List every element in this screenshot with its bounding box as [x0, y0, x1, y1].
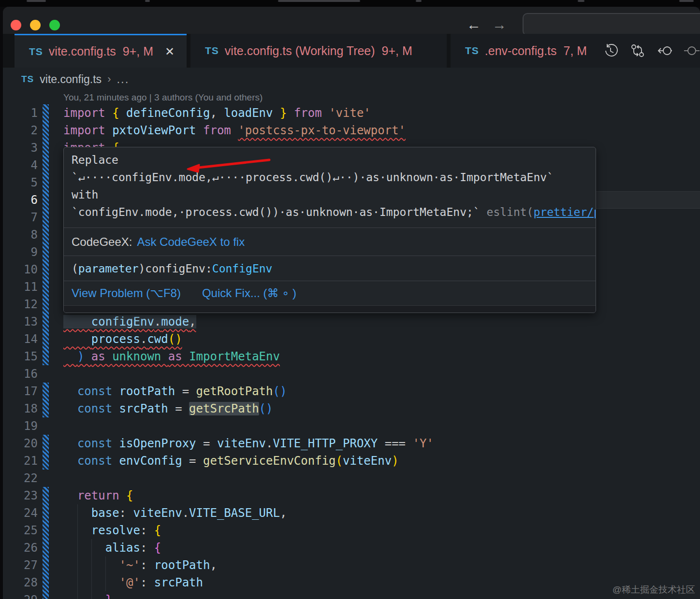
- maximize-window-button[interactable]: [49, 20, 60, 30]
- navigate-back-button[interactable]: ←: [463, 14, 484, 35]
- top-fragment: [278, 0, 360, 2]
- eslint-replace-code: `↵····configEnv.mode,↵····process.cwd()↵…: [72, 169, 588, 186]
- commit-node-icon[interactable]: [684, 43, 700, 59]
- signature-token: parameter: [78, 262, 139, 275]
- signature-token: ConfigEnv: [212, 262, 273, 275]
- background-top-strip: [0, 0, 700, 7]
- breadcrumb-symbol-more[interactable]: ...: [117, 72, 129, 86]
- top-fragment: [145, 0, 150, 2]
- timeline-history-icon[interactable]: [602, 43, 619, 59]
- codegeex-fix-link[interactable]: Ask CodeGeeX to fix: [137, 235, 245, 249]
- tab-problems-badge: 9+, M: [123, 44, 153, 58]
- tab-problems-badge: 7, M: [564, 44, 587, 58]
- tab-vite-config[interactable]: TS vite.config.ts 9+, M ✕: [15, 34, 187, 68]
- command-center-search[interactable]: [523, 13, 700, 36]
- typescript-file-icon: TS: [29, 46, 43, 57]
- popup-footer: [64, 305, 596, 313]
- tab-problems-badge: 9+, M: [382, 44, 412, 58]
- current-line-highlight: [596, 191, 700, 209]
- quick-fix-button[interactable]: Quick Fix... (⌘ ∘ ): [202, 286, 296, 300]
- git-compare-icon[interactable]: [629, 43, 646, 59]
- screenshot-root: ← → TS vite.config.ts 9+, M ✕ TS vite.co…: [0, 0, 700, 599]
- view-problem-button[interactable]: View Problem (⌥F8): [72, 286, 181, 300]
- top-fragment: [679, 0, 694, 2]
- problem-hover-popup: Replace `↵····configEnv.mode,↵····proces…: [63, 147, 596, 313]
- eslint-message: Replace `↵····configEnv.mode,↵····proces…: [64, 147, 596, 228]
- editor-toolbar: [602, 34, 700, 68]
- tab-label: vite.config.ts (Working Tree): [225, 44, 375, 58]
- typescript-file-icon: TS: [205, 45, 219, 57]
- tab-vite-config-working-tree[interactable]: TS vite.config.ts (Working Tree) 9+, M: [190, 34, 447, 68]
- signature-token: ): [138, 262, 145, 275]
- chevron-right-icon: ›: [107, 73, 111, 86]
- eslint-replace-label: Replace: [72, 151, 588, 169]
- parameter-signature: (parameter) configEnv: ConfigEnv: [64, 256, 596, 281]
- breadcrumb: TS vite.config.ts › ...: [3, 68, 700, 91]
- title-bar: ← →: [3, 7, 700, 34]
- signature-token: configEnv:: [145, 262, 212, 275]
- close-tab-icon[interactable]: ✕: [165, 45, 175, 58]
- minimize-window-button[interactable]: [30, 20, 41, 30]
- close-window-button[interactable]: [11, 20, 21, 30]
- codegeex-label: CodeGeeX:: [72, 235, 132, 249]
- breadcrumb-file[interactable]: vite.config.ts: [40, 73, 102, 86]
- eslint-with-code-text: `configEnv.mode,·process.cwd())·as·unkno…: [72, 206, 487, 218]
- watermark: @稀土掘金技术社区: [612, 584, 695, 596]
- top-fragment: [27, 0, 46, 2]
- eslint-with-label: with: [72, 186, 588, 203]
- eslint-rule-prefix: eslint(: [487, 206, 534, 218]
- typescript-file-icon: TS: [21, 74, 34, 85]
- git-blame-annotation[interactable]: You, 21 minutes ago | 3 authors (You and…: [63, 91, 262, 104]
- tab-label: .env-config.ts: [485, 44, 557, 58]
- typescript-file-icon: TS: [465, 45, 479, 57]
- navigate-forward-button[interactable]: →: [489, 14, 510, 35]
- tab-label: vite.config.ts: [49, 44, 116, 58]
- eslint-with-code: `configEnv.mode,·process.cwd())·as·unkno…: [72, 203, 588, 221]
- top-fragment: [416, 0, 422, 2]
- signature-token: (: [72, 262, 78, 275]
- top-fragment: [578, 0, 584, 2]
- eslint-rule-link[interactable]: prettier/prettier): [533, 206, 596, 218]
- open-changes-icon[interactable]: [656, 43, 673, 59]
